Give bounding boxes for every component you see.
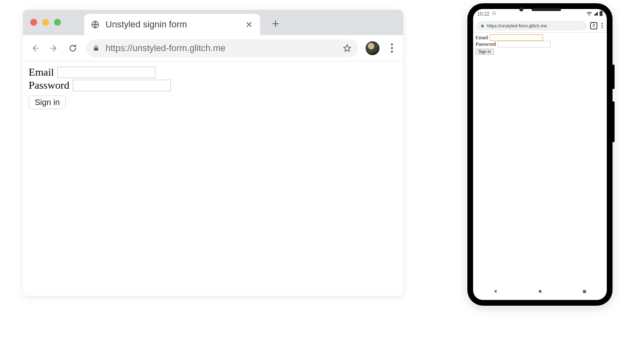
bookmark-star-icon[interactable] — [343, 44, 352, 53]
tab-title: Unstyled signin form — [105, 19, 240, 30]
back-button[interactable] — [29, 43, 41, 54]
window-controls — [30, 19, 61, 26]
mobile-email-label: Email — [476, 34, 488, 41]
browser-toolbar: https://unstyled-form.glitch.me — [23, 35, 403, 61]
mobile-url-text: https://unstyled-form.glitch.me — [487, 23, 547, 28]
mobile-password-row: Password — [476, 41, 604, 47]
nav-recents-button[interactable] — [582, 289, 587, 294]
mobile-signin-button[interactable]: Sign in — [476, 49, 494, 55]
wifi-icon — [586, 11, 592, 17]
mobile-menu-button[interactable] — [601, 23, 604, 28]
mobile-password-label: Password — [476, 41, 496, 47]
phone-notch — [519, 7, 561, 11]
svg-rect-2 — [599, 11, 602, 16]
signal-icon — [593, 11, 598, 17]
close-tab-button[interactable] — [245, 21, 253, 28]
desktop-browser-window: Unstyled signin form https://unstyled-fo… — [23, 10, 403, 296]
url-text: https://unstyled-form.glitch.me — [105, 43, 337, 54]
password-input[interactable] — [73, 80, 171, 91]
do-not-disturb-icon — [492, 11, 496, 17]
new-tab-button[interactable] — [267, 16, 284, 32]
email-label: Email — [29, 66, 54, 78]
window-minimize-button[interactable] — [42, 19, 49, 26]
earpiece-icon — [532, 8, 561, 11]
globe-icon — [91, 20, 100, 29]
browser-tab[interactable]: Unstyled signin form — [84, 14, 260, 35]
mobile-page-viewport: Email Password Sign in — [473, 33, 607, 283]
phone-frame: 10:22 ht — [467, 3, 613, 306]
mobile-address-bar[interactable]: https://unstyled-form.glitch.me — [476, 21, 587, 31]
email-input[interactable] — [57, 67, 155, 78]
forward-button[interactable] — [48, 43, 60, 54]
address-bar[interactable]: https://unstyled-form.glitch.me — [86, 39, 358, 57]
nav-back-button[interactable] — [493, 289, 498, 294]
volume-button-icon — [613, 101, 615, 142]
android-nav-bar — [473, 283, 607, 300]
phone-screen: 10:22 ht — [473, 9, 607, 300]
svg-rect-3 — [601, 11, 602, 11]
nav-home-button[interactable] — [537, 289, 543, 294]
lock-icon — [480, 24, 485, 28]
mobile-email-row: Email — [476, 34, 604, 41]
browser-menu-button[interactable] — [387, 43, 397, 53]
password-row: Password — [29, 79, 397, 92]
tab-switcher-button[interactable]: 3 — [590, 22, 597, 29]
mobile-email-input[interactable] — [490, 34, 543, 41]
lock-icon — [92, 45, 100, 52]
svg-rect-5 — [583, 290, 586, 293]
reload-button[interactable] — [67, 43, 79, 54]
status-time: 10:22 — [477, 11, 489, 17]
signin-button[interactable]: Sign in — [29, 96, 66, 109]
svg-point-4 — [539, 290, 541, 293]
window-close-button[interactable] — [30, 19, 37, 26]
profile-avatar[interactable] — [366, 41, 379, 55]
window-fullscreen-button[interactable] — [54, 19, 61, 26]
battery-icon — [599, 11, 603, 17]
front-camera-icon — [519, 7, 523, 11]
password-label: Password — [29, 79, 70, 92]
page-viewport: Email Password Sign in — [23, 61, 403, 296]
power-button-icon — [613, 65, 615, 89]
mobile-browser-toolbar: https://unstyled-form.glitch.me 3 — [473, 19, 607, 33]
tab-strip: Unstyled signin form — [23, 10, 403, 35]
email-row: Email — [29, 66, 397, 78]
mobile-password-input[interactable] — [498, 41, 551, 47]
